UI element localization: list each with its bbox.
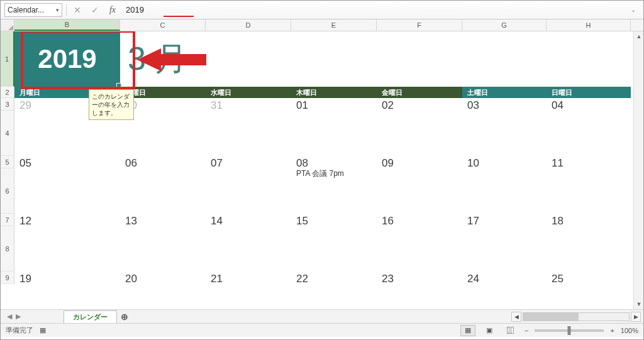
calendar-date-cell[interactable]: 23: [377, 271, 462, 284]
calendar-date-cell[interactable]: 02: [377, 98, 462, 111]
name-box-value: Calendar...: [8, 6, 44, 14]
name-box[interactable]: Calendar... ▾: [4, 3, 62, 17]
calendar-content-cell[interactable]: [547, 111, 631, 156]
row-header-1[interactable]: 1: [1, 31, 14, 87]
calendar-date-cell[interactable]: 19: [14, 271, 120, 284]
row-header-4[interactable]: 4: [1, 111, 14, 156]
fill-handle[interactable]: [116, 83, 121, 88]
calendar-date-cell[interactable]: 25: [547, 271, 631, 284]
zoom-thumb[interactable]: [568, 326, 571, 335]
scroll-right-icon[interactable]: ▶: [631, 312, 641, 322]
calendar-date-cell[interactable]: 09: [377, 156, 462, 168]
view-normal-button[interactable]: ▦: [460, 325, 475, 336]
view-page-layout-button[interactable]: ▣: [482, 325, 497, 336]
calendar-date-cell[interactable]: 05: [14, 156, 120, 168]
calendar-date-cell[interactable]: 13: [120, 214, 206, 226]
macro-record-icon[interactable]: ▦: [40, 326, 46, 334]
day-header-fri[interactable]: 金曜日: [377, 87, 462, 98]
sheet-tab-calendar[interactable]: カレンダー: [64, 310, 117, 323]
row-header-7[interactable]: 7: [1, 214, 14, 226]
row-header-5[interactable]: 5: [1, 156, 14, 168]
vertical-scrollbar[interactable]: ▲ ▼: [633, 31, 643, 309]
year-cell[interactable]: 2019: [14, 31, 120, 87]
calendar-content-cell[interactable]: [206, 168, 291, 214]
calendar-content-cell[interactable]: [377, 226, 462, 271]
calendar-content-cell[interactable]: [462, 226, 547, 271]
calendar-date-cell[interactable]: 17: [462, 214, 547, 226]
calendar-content-cell[interactable]: [547, 226, 631, 271]
calendar-content-cell[interactable]: [206, 226, 291, 271]
calendar-date-cell[interactable]: 01: [291, 98, 377, 111]
day-header-thu[interactable]: 木曜日: [291, 87, 377, 98]
row-header-3[interactable]: 3: [1, 98, 14, 111]
row-header-9[interactable]: 9: [1, 271, 14, 284]
column-header-C[interactable]: C: [120, 19, 206, 31]
calendar-content-cell[interactable]: [291, 111, 377, 156]
day-header-label: 金曜日: [382, 88, 402, 97]
view-page-break-button[interactable]: ⿲: [503, 325, 518, 336]
column-header-D[interactable]: D: [206, 19, 291, 31]
calendar-content-cell[interactable]: [377, 168, 462, 214]
calendar-date-cell[interactable]: 16: [377, 214, 462, 226]
calendar-date-cell[interactable]: 11: [547, 156, 631, 168]
zoom-out-button[interactable]: −: [525, 327, 528, 334]
calendar-date-cell[interactable]: 07: [206, 156, 291, 168]
day-header-sat[interactable]: 土曜日: [462, 87, 547, 98]
day-header-sun[interactable]: 日曜日: [547, 87, 631, 98]
calendar-date-cell[interactable]: 15: [291, 214, 377, 226]
calendar-content-cell[interactable]: [14, 226, 120, 271]
calendar-content-cell[interactable]: [462, 168, 547, 214]
calendar-date-cell[interactable]: 06: [120, 156, 206, 168]
calendar-date-cell[interactable]: 24: [462, 271, 547, 284]
calendar-date-cell[interactable]: 12: [14, 214, 120, 226]
row-header-6[interactable]: 6: [1, 168, 14, 214]
calendar-content-cell[interactable]: [120, 168, 206, 214]
expand-formula-bar-icon[interactable]: ⌄: [628, 6, 640, 13]
calendar-content-cell[interactable]: [462, 111, 547, 156]
cancel-edit-button[interactable]: ✕: [70, 3, 84, 17]
calendar-content-cell[interactable]: [377, 111, 462, 156]
tab-prev-icon[interactable]: ◀: [7, 312, 12, 321]
chevron-down-icon[interactable]: ▾: [56, 7, 59, 13]
calendar-content-cell[interactable]: [120, 226, 206, 271]
day-header-wed[interactable]: 水曜日: [206, 87, 291, 98]
month-cell[interactable]: 3 月: [120, 31, 643, 87]
formula-input[interactable]: [123, 3, 625, 17]
calendar-content-cell[interactable]: [14, 168, 120, 214]
calendar-date-cell[interactable]: 18: [547, 214, 631, 226]
row-header-2[interactable]: 2: [1, 87, 14, 98]
scroll-down-icon[interactable]: ▼: [634, 299, 643, 309]
row-header-8[interactable]: 8: [1, 226, 14, 271]
zoom-slider[interactable]: [535, 329, 604, 332]
tab-next-icon[interactable]: ▶: [16, 312, 21, 321]
calendar-content-cell[interactable]: [206, 111, 291, 156]
calendar-date-cell[interactable]: 20: [120, 271, 206, 284]
calendar-date-cell[interactable]: 21: [206, 271, 291, 284]
scroll-track[interactable]: [523, 312, 630, 321]
calendar-content-cell[interactable]: [291, 226, 377, 271]
worksheet[interactable]: 2019 3 月 このカレンダーの年を入力します。 月曜日 火曜日 水曜日 木曜…: [14, 31, 643, 309]
scroll-left-icon[interactable]: ◀: [511, 312, 521, 322]
insert-function-button[interactable]: fx: [106, 3, 119, 17]
column-header-B[interactable]: B: [14, 19, 120, 31]
calendar-date-cell[interactable]: 03: [462, 98, 547, 111]
select-all-corner[interactable]: [1, 19, 14, 31]
scroll-up-icon[interactable]: ▲: [634, 31, 643, 41]
horizontal-scrollbar[interactable]: ◀ ▶: [511, 310, 643, 323]
add-sheet-button[interactable]: ⊕: [117, 310, 132, 323]
calendar-date-cell[interactable]: 14: [206, 214, 291, 226]
calendar-date-cell[interactable]: 08: [291, 156, 377, 168]
calendar-date-cell[interactable]: 10: [462, 156, 547, 168]
column-header-F[interactable]: F: [377, 19, 462, 31]
column-header-E[interactable]: E: [291, 19, 377, 31]
calendar-date-cell[interactable]: 04: [547, 98, 631, 111]
calendar-content-cell[interactable]: PTA 会議 7pm: [291, 168, 377, 214]
zoom-in-button[interactable]: +: [610, 327, 614, 334]
scroll-thumb[interactable]: [523, 313, 579, 321]
column-header-G[interactable]: G: [462, 19, 547, 31]
confirm-edit-button[interactable]: ✓: [88, 3, 102, 17]
calendar-date-cell[interactable]: 31: [206, 98, 291, 111]
calendar-date-cell[interactable]: 22: [291, 271, 377, 284]
column-header-H[interactable]: H: [547, 19, 631, 31]
calendar-content-cell[interactable]: [547, 168, 631, 214]
